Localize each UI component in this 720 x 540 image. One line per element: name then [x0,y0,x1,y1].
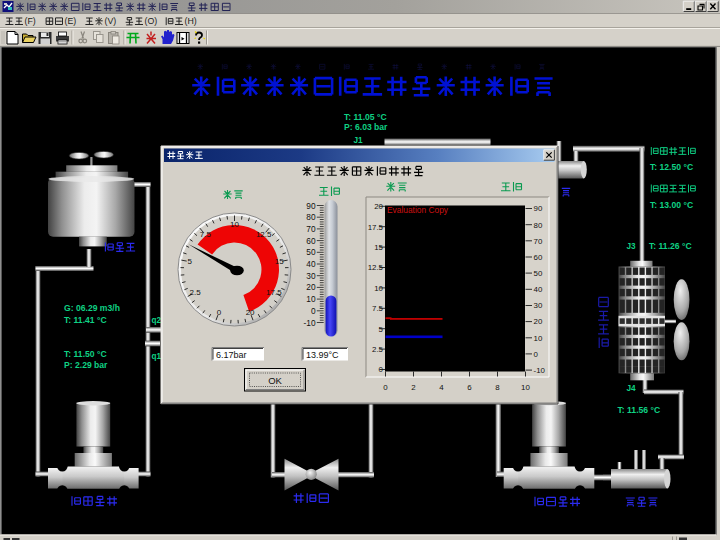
svg-text:80: 80 [306,212,316,222]
svg-text:40: 40 [306,259,316,269]
svg-text:-10: -10 [304,318,316,328]
svg-text:0: 0 [311,306,316,316]
svg-text:50: 50 [534,269,543,278]
svg-text:8: 8 [495,383,500,392]
svg-text:70: 70 [534,237,543,246]
svg-text:(F): (F) [25,16,36,26]
svg-text:OK: OK [268,375,282,386]
svg-text:90: 90 [306,201,316,211]
svg-text:P: 2.29 bar: P: 2.29 bar [64,360,108,370]
svg-text:5: 5 [187,257,192,266]
svg-text:20: 20 [246,308,255,317]
svg-text:2: 2 [411,383,415,392]
svg-text:0: 0 [534,350,539,359]
svg-text:10: 10 [306,294,316,304]
svg-text:T: 11.26 °C: T: 11.26 °C [649,241,692,251]
svg-text:13.99°C: 13.99°C [306,350,339,360]
svg-text:P: 6.03 bar: P: 6.03 bar [344,122,388,132]
svg-text:90: 90 [534,204,543,213]
svg-text:0: 0 [383,383,388,392]
svg-text:30: 30 [534,301,543,310]
svg-text:T: 11.56 °C: T: 11.56 °C [618,405,661,415]
svg-text:J1: J1 [354,136,364,145]
svg-text:30: 30 [306,271,316,281]
svg-text:T: 11.50 °C: T: 11.50 °C [64,349,107,359]
svg-text:(E): (E) [65,16,77,26]
svg-text:70: 70 [306,224,316,234]
svg-text:(H): (H) [185,16,197,26]
svg-text:15: 15 [275,257,284,266]
svg-text:-10: -10 [534,366,546,375]
svg-text:10: 10 [230,220,239,229]
svg-text:6: 6 [467,383,472,392]
svg-text:60: 60 [306,236,316,246]
svg-text:10: 10 [521,383,530,392]
svg-text:7.5: 7.5 [200,230,212,239]
svg-text:(V): (V) [105,16,117,26]
svg-text:6.17bar: 6.17bar [216,350,247,360]
svg-text:T: 12.50 °C: T: 12.50 °C [650,162,693,172]
svg-text:G: 06.29 m3/h: G: 06.29 m3/h [64,303,120,313]
svg-text:T: 13.00 °C: T: 13.00 °C [650,200,693,210]
svg-text:12.5: 12.5 [256,230,272,239]
svg-text:q1: q1 [152,352,162,361]
svg-text:Evaluation Copy: Evaluation Copy [387,205,449,215]
svg-text:T: 11.05 °C: T: 11.05 °C [344,112,387,122]
svg-text:2.5: 2.5 [190,288,202,297]
svg-text:4: 4 [439,383,444,392]
svg-text:J3: J3 [627,242,637,251]
svg-text:T: 11.41 °C: T: 11.41 °C [64,315,107,325]
svg-text:60: 60 [534,253,543,262]
svg-text:J4: J4 [627,384,637,393]
svg-text:40: 40 [534,285,543,294]
svg-text:20: 20 [534,317,543,326]
svg-text:q2: q2 [152,316,162,325]
svg-text:80: 80 [534,221,543,230]
svg-text:20: 20 [306,282,316,292]
svg-text:(O): (O) [145,16,158,26]
svg-text:10: 10 [534,334,543,343]
svg-text:17.5: 17.5 [266,288,282,297]
svg-text:0: 0 [217,308,222,317]
svg-text:50: 50 [306,247,316,257]
